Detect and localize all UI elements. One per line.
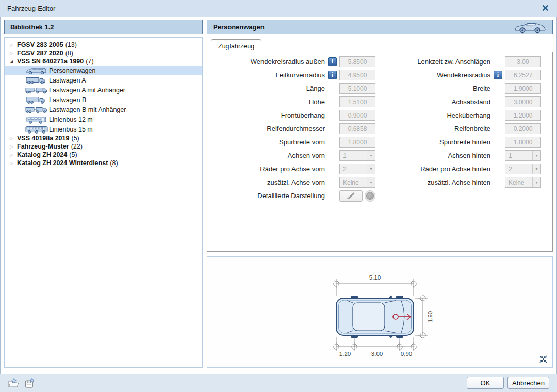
chevron-down-icon: ▾ <box>367 177 375 187</box>
field-label: Hecküberhang <box>377 111 494 119</box>
info-icon[interactable]: i <box>328 57 337 66</box>
tree-group-count: (7) <box>86 58 93 65</box>
field-label: Räder pro Achse hinten <box>377 165 494 173</box>
form-row-raeder-pro-achse-hinten: Räder pro Achse hinten2▾ <box>377 164 541 174</box>
tree-group[interactable]: ▷Fahrzeug-Muster(22) <box>5 142 202 151</box>
info-slot: i <box>494 71 505 79</box>
pipette-pick-button[interactable] <box>339 190 363 202</box>
tree-group[interactable]: ▷Katalog ZH 2024(5) <box>5 151 202 159</box>
field-heckueberhang <box>505 110 541 121</box>
tree-group-label: VSS 40198a 2019 <box>17 135 69 142</box>
field-label: Lenkzeit zw. Anschlägen <box>377 58 494 66</box>
bus-icon <box>25 116 49 124</box>
expand-icon[interactable]: ▷ <box>10 136 17 141</box>
tree-item-vehicle[interactable]: Lastwagen B <box>5 95 202 105</box>
chevron-down-icon: ▾ <box>532 177 540 187</box>
form-row-spurbreite-hinten: Spurbreite hinten <box>377 137 541 148</box>
chevron-down-icon: ▾ <box>367 151 375 160</box>
form-column-right: Lenkzeit zw. AnschlägenWendekreisradiusi… <box>377 56 541 188</box>
field-lenkzeit-zw-anschlaegen <box>505 56 541 67</box>
form-row-frontueberhang: Frontüberhang <box>211 110 375 121</box>
form-row-leitkurvenradius: Leitkurvenradiusi <box>211 70 375 80</box>
truck-trailer-icon <box>25 86 49 94</box>
form-row-reifenbreite: Reifenbreite <box>377 123 541 134</box>
dim-front-overhang-label: 0.90 <box>401 351 412 357</box>
tree-group[interactable]: ◢VSS SN 640271a 1990(7) <box>5 57 202 66</box>
field-label: Wendekreisradius außen <box>211 58 328 66</box>
tree-item-vehicle[interactable]: Lastwagen A <box>5 75 202 85</box>
field-label: Breite <box>377 85 494 92</box>
titlebar: Fahrzeug-Editor ✕ <box>0 0 557 17</box>
field-label: zusätzl. Achse vorn <box>211 178 328 186</box>
save-library-favorite-icon[interactable] <box>23 378 37 390</box>
form-row-wendekreisradius: Wendekreisradiusi <box>377 70 541 80</box>
tree-item-label: Linienbus 15 m <box>49 126 93 133</box>
tree-group[interactable]: ▷Katalog ZH 2024 Winterdienst(8) <box>5 159 202 167</box>
expand-icon[interactable]: ▷ <box>10 144 17 149</box>
collapse-icon[interactable]: ◢ <box>10 59 17 64</box>
dim-wheelbase-label: 3.00 <box>371 351 383 357</box>
tree-item-label: Personenwagen <box>49 67 95 74</box>
select-value: 2 <box>505 164 532 174</box>
field-label: Detaillierte Darstellung <box>211 192 328 200</box>
tree-item-label: Lastwagen B mit Anhänger <box>49 106 126 113</box>
tab-label: Zugfahrzeug <box>218 43 254 50</box>
close-icon[interactable]: ✕ <box>539 2 551 14</box>
tree-item-vehicle[interactable]: Linienbus 15 m <box>5 124 202 134</box>
field-leitkurvenradius <box>339 70 375 80</box>
truck-icon <box>25 76 49 85</box>
vehicle-header-label: Personenwagen <box>213 23 265 31</box>
tree-item-vehicle[interactable]: Lastwagen B mit Anhänger <box>5 105 202 115</box>
tree-item-vehicle[interactable]: Linienbus 12 m <box>5 115 202 124</box>
open-library-favorite-icon[interactable] <box>7 378 21 390</box>
form-row-hoehe: Höhe <box>211 96 375 107</box>
indicator-circle <box>366 192 374 200</box>
tree-item-label: Lastwagen B <box>49 96 86 104</box>
tree-group[interactable]: ▷VSS 40198a 2019(5) <box>5 134 202 142</box>
cancel-button[interactable]: Abbrechen <box>507 377 549 389</box>
select-value: 2 <box>340 164 367 174</box>
fahrzeug-editor-dialog: Fahrzeug-Editor ✕ Bibliothek 1.2 Persone… <box>0 0 557 392</box>
field-label: Wendekreisradius <box>377 71 494 79</box>
tree-group-count: (5) <box>69 151 77 158</box>
form-row-raeder-pro-achse-vorn: Räder pro Achse vorn2▾ <box>211 164 375 174</box>
info-icon[interactable]: i <box>494 71 502 79</box>
expand-icon[interactable]: ▷ <box>10 43 17 47</box>
expand-icon[interactable]: ▷ <box>10 153 17 157</box>
field-wendekreisradius <box>505 70 541 80</box>
form-row-wendekreisradius-aussen: Wendekreisradius außeni <box>211 56 375 67</box>
tree-group[interactable]: ▷FGSV 283 2005(13) <box>5 41 202 49</box>
field-label: Spurbreite vorn <box>211 138 328 146</box>
field-label: Leitkurvenradius <box>211 71 328 79</box>
expand-icon[interactable]: ▷ <box>10 51 17 56</box>
info-icon[interactable]: i <box>328 71 337 79</box>
select-value: 1 <box>340 151 367 160</box>
field-label: Achsen hinten <box>377 152 494 159</box>
ok-button[interactable]: OK <box>467 377 504 389</box>
chevron-down-icon: ▾ <box>532 151 540 160</box>
tab-zugfahrzeug[interactable]: Zugfahrzeug <box>211 39 261 53</box>
tree-group[interactable]: ▷FGSV 287 2020(8) <box>5 49 202 57</box>
car-side-icon <box>25 67 49 75</box>
select-zusaetzl-achse-hinten: Keine▾ <box>505 177 541 188</box>
vehicle-preview-panel: 5.10 <box>207 256 553 368</box>
tree-group-label: Katalog ZH 2024 <box>17 151 67 158</box>
tree-item-vehicle[interactable]: Personenwagen <box>5 66 202 75</box>
tree-group-count: (8) <box>110 159 118 167</box>
field-reifendurchmesser <box>339 123 375 134</box>
form-row-achsabstand: Achsabstand <box>377 96 541 107</box>
form-row-reifendurchmesser: Reifendurchmesser <box>211 123 375 134</box>
field-wendekreisradius-aussen <box>339 56 375 67</box>
form-row-detaillierte-darstellung: Detaillierte Darstellung <box>211 190 375 201</box>
tree-item-label: Linienbus 12 m <box>49 116 93 123</box>
tree-group-label: Fahrzeug-Muster <box>17 143 69 150</box>
truck-icon <box>25 96 49 104</box>
field-label: zusätzl. Achse hinten <box>377 178 494 186</box>
expand-icon[interactable]: ▷ <box>10 161 17 166</box>
zoom-fit-icon[interactable] <box>539 355 548 364</box>
field-spurbreite-vorn <box>339 137 375 148</box>
select-achsen-vorn: 1▾ <box>339 150 375 161</box>
field-label: Räder pro Achse vorn <box>211 165 328 173</box>
tree-item-vehicle[interactable]: Lastwagen A mit Anhänger <box>5 85 202 95</box>
tree-group-label: FGSV 287 2020 <box>17 50 63 57</box>
